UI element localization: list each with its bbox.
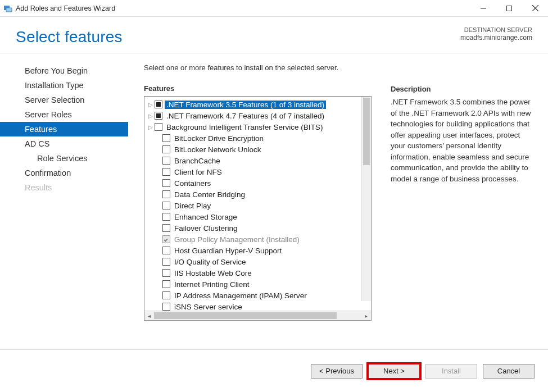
feature-item[interactable]: IP Address Management (IPAM) Server xyxy=(147,290,371,301)
feature-checkbox[interactable] xyxy=(162,303,170,311)
feature-label: Client for NFS xyxy=(173,168,224,176)
description-text: .NET Framework 3.5 combines the power of… xyxy=(391,97,531,185)
window-title: Add Roles and Features Wizard xyxy=(16,4,115,12)
wizard-step[interactable]: Role Services xyxy=(0,151,128,166)
feature-label: BranchCache xyxy=(173,157,222,165)
feature-item[interactable]: BitLocker Drive Encryption xyxy=(147,133,371,144)
feature-label: Background Intelligent Transfer Service … xyxy=(165,123,324,131)
wizard-step[interactable]: Before You Begin xyxy=(0,63,128,78)
feature-item[interactable]: iSNS Server service xyxy=(147,301,371,311)
intro-text: Select one or more features to install o… xyxy=(144,63,372,72)
wizard-body: Before You BeginInstallation TypeServer … xyxy=(0,53,548,349)
feature-label: IP Address Management (IPAM) Server xyxy=(173,291,309,300)
feature-item[interactable]: ▷.NET Framework 4.7 Features (4 of 7 ins… xyxy=(147,110,371,121)
feature-label: Internet Printing Client xyxy=(173,280,251,289)
page-title: Select features xyxy=(16,28,532,46)
feature-item[interactable]: BranchCache xyxy=(147,155,371,166)
svg-rect-3 xyxy=(507,6,512,11)
cancel-button[interactable]: Cancel xyxy=(483,364,535,379)
expander-icon[interactable]: ▷ xyxy=(147,102,155,108)
horizontal-scrollbar[interactable]: ◂ ▸ xyxy=(144,311,371,320)
feature-item[interactable]: Containers xyxy=(147,177,371,189)
feature-checkbox[interactable] xyxy=(155,101,162,108)
scroll-right-button[interactable]: ▸ xyxy=(361,311,371,321)
features-listbox[interactable]: ▷.NET Framework 3.5 Features (1 of 3 ins… xyxy=(144,96,372,321)
feature-item[interactable]: Enhanced Storage xyxy=(147,211,371,222)
feature-label: .NET Framework 4.7 Features (4 of 7 inst… xyxy=(165,112,326,120)
feature-item[interactable]: Host Guardian Hyper-V Support xyxy=(147,245,371,256)
feature-checkbox[interactable] xyxy=(162,269,170,277)
destination-server: moadfs.miniorange.com xyxy=(460,34,532,43)
feature-item[interactable]: ▷.NET Framework 3.5 Features (1 of 3 ins… xyxy=(147,99,371,110)
feature-checkbox[interactable] xyxy=(162,224,170,232)
wizard-step[interactable]: Features xyxy=(0,122,128,136)
feature-checkbox[interactable] xyxy=(162,168,170,176)
feature-item[interactable]: Direct Play xyxy=(147,200,371,211)
feature-item[interactable]: ▷Background Intelligent Transfer Service… xyxy=(147,121,371,133)
wizard-step[interactable]: Server Selection xyxy=(0,93,128,107)
title-bar: Add Roles and Features Wizard xyxy=(0,0,548,17)
horizontal-scroll-thumb[interactable] xyxy=(154,312,337,319)
feature-checkbox[interactable] xyxy=(162,213,170,221)
feature-checkbox[interactable] xyxy=(162,258,170,266)
destination-label: DESTINATION SERVER xyxy=(460,26,532,34)
feature-item[interactable]: Failover Clustering xyxy=(147,222,371,234)
expander-icon[interactable]: ▷ xyxy=(147,113,155,119)
app-icon xyxy=(3,4,12,13)
wizard-step: Results xyxy=(0,180,128,195)
install-button: Install xyxy=(425,364,477,379)
feature-label: BitLocker Network Unlock xyxy=(173,145,263,154)
feature-item[interactable]: Client for NFS xyxy=(147,166,371,177)
feature-label: BitLocker Drive Encryption xyxy=(173,134,265,143)
wizard-header: Select features DESTINATION SERVER moadf… xyxy=(0,17,548,53)
wizard-step[interactable]: Confirmation xyxy=(0,166,128,180)
feature-checkbox[interactable] xyxy=(162,247,170,254)
feature-checkbox[interactable] xyxy=(162,202,170,209)
feature-checkbox[interactable] xyxy=(162,157,170,165)
feature-checkbox[interactable] xyxy=(162,190,170,198)
next-button[interactable]: Next > xyxy=(368,364,420,379)
wizard-step[interactable]: Installation Type xyxy=(0,78,128,93)
feature-label: Failover Clustering xyxy=(173,224,239,233)
feature-checkbox[interactable] xyxy=(162,134,170,142)
content-area: Select one or more features to install o… xyxy=(128,53,548,349)
vertical-scrollbar[interactable] xyxy=(361,97,371,301)
feature-item[interactable]: Data Center Bridging xyxy=(147,189,371,200)
feature-item[interactable]: Internet Printing Client xyxy=(147,279,371,290)
feature-checkbox[interactable] xyxy=(162,145,170,153)
feature-label: I/O Quality of Service xyxy=(173,258,248,266)
feature-checkbox[interactable] xyxy=(162,179,170,187)
feature-item[interactable]: I/O Quality of Service xyxy=(147,256,371,267)
feature-label: Direct Play xyxy=(173,202,212,210)
maximize-button[interactable] xyxy=(496,0,522,17)
feature-label: Data Center Bridging xyxy=(173,190,247,199)
scroll-left-button[interactable]: ◂ xyxy=(144,311,154,321)
feature-label: Containers xyxy=(173,179,212,188)
feature-item[interactable]: IIS Hostable Web Core xyxy=(147,267,371,279)
minimize-button[interactable] xyxy=(470,0,496,17)
vertical-scroll-thumb[interactable] xyxy=(363,98,370,165)
feature-checkbox[interactable] xyxy=(162,280,170,288)
feature-item[interactable]: Group Policy Management (Installed) xyxy=(147,234,371,245)
previous-button[interactable]: < Previous xyxy=(311,364,363,379)
svg-rect-1 xyxy=(6,8,12,12)
feature-checkbox xyxy=(162,235,170,243)
wizard-footer: < Previous Next > Install Cancel xyxy=(0,349,548,392)
feature-checkbox[interactable] xyxy=(155,123,162,131)
destination-block: DESTINATION SERVER moadfs.miniorange.com xyxy=(460,26,532,43)
wizard-steps-sidebar: Before You BeginInstallation TypeServer … xyxy=(0,53,128,349)
feature-label: Group Policy Management (Installed) xyxy=(173,235,301,244)
feature-checkbox[interactable] xyxy=(162,291,170,299)
feature-checkbox[interactable] xyxy=(155,112,162,120)
wizard-step[interactable]: Server Roles xyxy=(0,107,128,122)
feature-label: IIS Hostable Web Core xyxy=(173,269,253,277)
feature-label: Host Guardian Hyper-V Support xyxy=(173,247,283,255)
expander-icon[interactable]: ▷ xyxy=(147,124,155,130)
wizard-step[interactable]: AD CS xyxy=(0,136,128,151)
feature-item[interactable]: BitLocker Network Unlock xyxy=(147,144,371,155)
window-controls xyxy=(470,0,548,17)
description-heading: Description xyxy=(391,85,532,93)
feature-label: Enhanced Storage xyxy=(173,213,239,221)
close-button[interactable] xyxy=(522,0,548,17)
features-heading: Features xyxy=(144,84,372,93)
